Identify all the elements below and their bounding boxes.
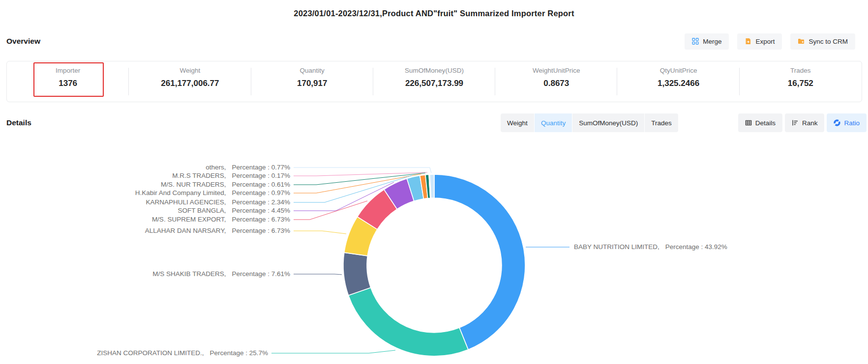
chart-label-name: M.R.S TRADERS, [172, 171, 226, 180]
label-leader-line [294, 274, 342, 275]
importer-ratio-donut-chart: others,Percentage : 0.77%M.R.S TRADERS,P… [0, 138, 868, 364]
overview-header-row: Overview Merge Export [6, 33, 855, 50]
chart-label-name: M/S. SUPREM EXPORT, [152, 215, 226, 224]
details-controls: WeightQuantitySumOfMoney(USD)Trades Deta… [501, 113, 867, 132]
export-icon [745, 38, 751, 45]
export-button[interactable]: Export [737, 33, 782, 50]
sync-to-crm-button[interactable]: Sync to CRM [790, 33, 855, 50]
label-leader-line [271, 350, 395, 353]
chart-label-name: BABY NUTRITION LIMITED, [574, 243, 659, 252]
chart-label-percentage: Percentage : 7.61% [232, 270, 290, 279]
stat-label: Quantity [251, 66, 373, 75]
chart-label-name: H.Kabir And Company Limited, [135, 189, 226, 197]
stat-label: Trades [740, 66, 862, 75]
stat-label: QtyUnitPrice [617, 66, 739, 75]
chart-label-name: SOFT BANGLA, [178, 206, 226, 215]
toolbar: Merge Export Sync to CRM [685, 33, 855, 50]
chart-label-name: KARNAPHULI AGENCIES, [146, 198, 226, 207]
stat-importer[interactable]: Importer1376 [7, 61, 129, 102]
chart-label-percentage: Percentage : 0.77% [232, 163, 290, 172]
metric-tabs: WeightQuantitySumOfMoney(USD)Trades [501, 113, 678, 132]
chart-label-name: M/S. NUR TRADERS, [161, 180, 226, 189]
rank-view-label: Rank [802, 119, 818, 127]
tab-weight[interactable]: Weight [501, 113, 534, 132]
stat-trades[interactable]: Trades16,752 [740, 61, 862, 102]
view-switcher: Details Rank Ratio [738, 113, 867, 132]
merge-icon [692, 38, 699, 45]
stat-value: 1,325.2466 [617, 78, 739, 88]
details-header-row: Details WeightQuantitySumOfMoney(USD)Tra… [6, 113, 867, 132]
stat-quantity[interactable]: Quantity170,917 [251, 61, 373, 102]
chart-label-percentage: Percentage : 6.73% [232, 226, 290, 235]
chart-label-soft-bangla: SOFT BANGLA,Percentage : 4.45% [178, 206, 290, 215]
chart-label-percentage: Percentage : 0.97% [232, 189, 290, 197]
stat-sumofmoney-usd-[interactable]: SumOfMoney(USD)226,507,173.99 [373, 61, 495, 102]
chart-label-m-s-nur-traders: M/S. NUR TRADERS,Percentage : 0.61% [161, 180, 290, 189]
overview-stats-card: Importer1376Weight261,177,006.77Quantity… [6, 61, 862, 102]
label-leader-line [294, 168, 431, 173]
rank-icon [792, 119, 799, 126]
chart-label-name: M/S SHAKIB TRADERS, [152, 270, 226, 279]
label-leader-line [294, 172, 427, 176]
stat-label: Weight [129, 66, 251, 75]
chart-label-percentage: Percentage : 43.92% [665, 243, 727, 252]
stat-value: 1376 [7, 78, 129, 88]
donut-icon [834, 119, 840, 126]
merge-button[interactable]: Merge [685, 33, 729, 50]
chart-label-zishan-corporation-limited-: ZISHAN CORPORATION LIMITED.,Percentage :… [97, 349, 268, 358]
overview-title: Overview [6, 37, 40, 46]
pie-slice-others[interactable] [430, 174, 434, 198]
stat-qtyunitprice[interactable]: QtyUnitPrice1,325.2466 [617, 61, 739, 102]
pie-slice-zishan-corporation-limited-[interactable] [348, 287, 468, 356]
chart-label-percentage: Percentage : 4.45% [232, 206, 290, 215]
chart-label-m-r-s-traders: M.R.S TRADERS,Percentage : 0.17% [172, 171, 290, 180]
chart-label-karnaphuli-agencies: KARNAPHULI AGENCIES,Percentage : 2.34% [146, 198, 290, 207]
stat-value: 16,752 [740, 78, 862, 88]
chart-label-percentage: Percentage : 6.73% [232, 215, 290, 224]
pie-slice-baby-nutrition-limited[interactable] [434, 174, 525, 350]
label-leader-line [294, 201, 367, 220]
ratio-view-label: Ratio [844, 119, 860, 127]
merge-button-label: Merge [703, 38, 721, 45]
folder-sync-icon [798, 38, 805, 45]
chart-label-name: ALLAHAR DAN NARSARY, [145, 226, 226, 235]
chart-label-baby-nutrition-limited: BABY NUTRITION LIMITED,Percentage : 43.9… [574, 243, 727, 252]
tab-sumofmoney-usd-[interactable]: SumOfMoney(USD) [572, 113, 644, 132]
sync-to-crm-button-label: Sync to CRM [808, 38, 848, 45]
chart-label-percentage: Percentage : 25.7% [210, 349, 268, 358]
details-title: Details [6, 118, 31, 127]
stat-value: 0.8673 [495, 78, 617, 88]
stat-label: Importer [7, 66, 129, 75]
chart-label-percentage: Percentage : 0.61% [232, 180, 290, 189]
stat-label: WeightUnitPrice [495, 66, 617, 75]
page-title: 2023/01/01-2023/12/31,Product AND"fruit"… [0, 0, 868, 18]
stat-value: 170,917 [251, 78, 373, 88]
chart-label-percentage: Percentage : 0.17% [232, 171, 290, 180]
stats-row: Importer1376Weight261,177,006.77Quantity… [7, 61, 862, 102]
tab-trades[interactable]: Trades [645, 113, 678, 132]
importer-report-page: 2023/01/01-2023/12/31,Product AND"fruit"… [0, 0, 868, 132]
chart-label-others: others,Percentage : 0.77% [206, 163, 290, 172]
chart-label-h-kabir-and-company-limited: H.Kabir And Company Limited,Percentage :… [135, 189, 290, 197]
stat-value: 261,177,006.77 [129, 78, 251, 88]
details-view-button[interactable]: Details [738, 113, 782, 132]
ratio-view-button[interactable]: Ratio [827, 113, 867, 132]
stat-weightunitprice[interactable]: WeightUnitPrice0.8673 [495, 61, 617, 102]
chart-label-allahar-dan-narsary: ALLAHAR DAN NARSARY,Percentage : 6.73% [145, 226, 290, 235]
stat-label: SumOfMoney(USD) [373, 66, 495, 75]
donut-chart-canvas [0, 138, 868, 364]
rank-view-button[interactable]: Rank [785, 113, 825, 132]
chart-label-name: ZISHAN CORPORATION LIMITED., [97, 349, 204, 358]
pie-slice-m-s-shakib-traders[interactable] [343, 252, 371, 295]
chart-label-percentage: Percentage : 2.34% [232, 198, 290, 207]
table-icon [745, 119, 752, 126]
chart-label-m-s-shakib-traders: M/S SHAKIB TRADERS,Percentage : 7.61% [152, 270, 290, 279]
tab-quantity[interactable]: Quantity [535, 113, 572, 132]
chart-label-name: others, [206, 163, 226, 172]
stat-value: 226,507,173.99 [373, 78, 495, 88]
stat-weight[interactable]: Weight261,177,006.77 [129, 61, 251, 102]
chart-label-m-s-suprem-export: M/S. SUPREM EXPORT,Percentage : 6.73% [152, 215, 290, 224]
details-view-label: Details [755, 119, 776, 127]
export-button-label: Export [755, 38, 775, 45]
label-leader-line [294, 231, 346, 234]
